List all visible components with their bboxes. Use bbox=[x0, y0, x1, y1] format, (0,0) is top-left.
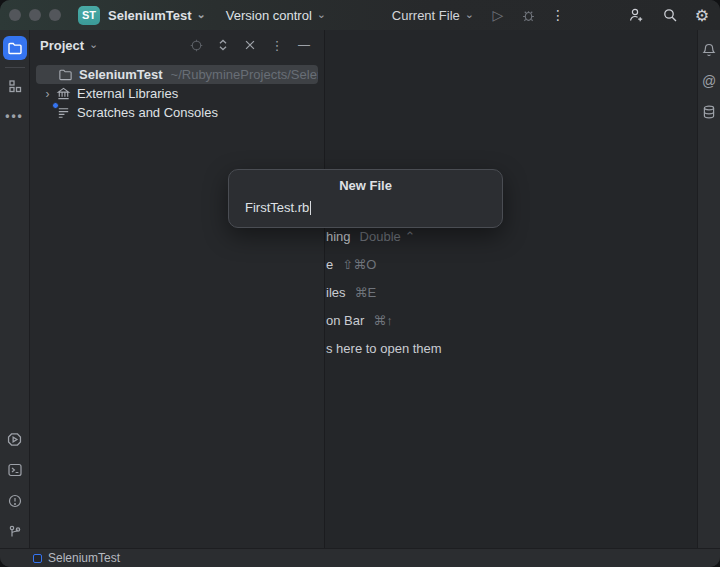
chevron-down-icon: ⌄ bbox=[465, 9, 474, 20]
tree-row-scratches[interactable]: Scratches and Consoles bbox=[30, 103, 324, 122]
hint-shortcut: Double ⌃ bbox=[360, 229, 416, 244]
new-file-name-input[interactable]: FirstTest.rb bbox=[245, 200, 488, 215]
hide-panel-button[interactable]: — bbox=[294, 35, 314, 55]
new-file-name-value: FirstTest.rb bbox=[245, 200, 309, 215]
project-tool-window-button[interactable] bbox=[3, 36, 27, 60]
ai-assistant-icon: @ bbox=[702, 73, 716, 89]
locate-icon bbox=[189, 38, 204, 53]
structure-tool-window-button[interactable] bbox=[3, 74, 27, 98]
external-libraries-label: External Libraries bbox=[77, 86, 178, 101]
bug-icon bbox=[521, 8, 536, 23]
editor-hint-row: iles ⌘E bbox=[326, 285, 376, 300]
new-file-dialog-title: New File bbox=[229, 178, 502, 193]
hint-label-fragment: e bbox=[326, 257, 333, 272]
project-panel-title[interactable]: Project bbox=[40, 38, 84, 53]
notifications-button[interactable] bbox=[698, 39, 720, 61]
panel-options-button[interactable]: ⋮ bbox=[267, 35, 287, 55]
right-tool-window-bar: @ bbox=[697, 30, 720, 548]
hint-label-fragment: on Bar bbox=[326, 313, 364, 328]
project-icon-badge[interactable]: ST bbox=[78, 6, 100, 25]
tree-row-external-libraries[interactable]: › External Libraries bbox=[30, 84, 324, 103]
run-configuration-label: Current File bbox=[392, 8, 460, 23]
hint-label-fragment: hing bbox=[326, 229, 351, 244]
close-window-button[interactable] bbox=[9, 9, 21, 21]
ai-assistant-button[interactable]: @ bbox=[698, 70, 720, 92]
text-caret bbox=[310, 201, 311, 215]
expand-all-icon bbox=[216, 38, 230, 52]
window-controls[interactable] bbox=[9, 9, 61, 21]
debug-button[interactable] bbox=[516, 3, 540, 27]
minimize-window-button[interactable] bbox=[29, 9, 41, 21]
folder-icon bbox=[7, 40, 23, 56]
chevron-down-icon: ⌄ bbox=[317, 9, 326, 20]
terminal-icon bbox=[7, 462, 23, 478]
toolbar-separator bbox=[5, 67, 25, 68]
scratches-label: Scratches and Consoles bbox=[77, 105, 218, 120]
project-panel-header: Project ⌄ ⋮ bbox=[30, 30, 324, 60]
editor-hint-row: s here to open them bbox=[326, 341, 442, 356]
tree-row-project-root[interactable]: SeleniumTest ~/RubymineProjects/Selenium… bbox=[36, 65, 318, 84]
git-tool-window-button[interactable] bbox=[3, 520, 27, 544]
hint-label-fragment: s here to open them bbox=[326, 341, 442, 356]
hint-label-fragment: iles bbox=[326, 285, 346, 300]
code-with-me-button[interactable] bbox=[624, 3, 648, 27]
scratches-icon bbox=[55, 105, 71, 121]
project-root-name: SeleniumTest bbox=[79, 67, 163, 82]
chevron-right-icon[interactable]: › bbox=[40, 87, 55, 101]
zoom-window-button[interactable] bbox=[49, 9, 61, 21]
editor-hint-row: e ⇧⌘O bbox=[326, 257, 376, 272]
chevron-down-icon[interactable]: ⌄ bbox=[89, 39, 98, 50]
folder-icon bbox=[57, 67, 73, 83]
vcs-widget[interactable]: Version control ⌄ bbox=[220, 4, 332, 27]
scratches-badge bbox=[52, 102, 59, 109]
search-icon bbox=[662, 7, 678, 23]
problems-icon bbox=[7, 493, 23, 509]
collapse-all-icon bbox=[243, 38, 257, 52]
left-tool-window-bar: ••• bbox=[0, 30, 30, 548]
database-icon bbox=[701, 104, 717, 120]
chevron-down-icon: ⌄ bbox=[197, 9, 206, 20]
add-user-icon bbox=[628, 7, 644, 23]
structure-icon bbox=[7, 78, 23, 94]
more-tool-windows-button[interactable]: ••• bbox=[3, 104, 27, 128]
search-everywhere-button[interactable] bbox=[658, 3, 682, 27]
collapse-all-button[interactable] bbox=[240, 35, 260, 55]
settings-button[interactable]: ⚙ bbox=[690, 3, 714, 27]
new-file-dialog: New File FirstTest.rb bbox=[228, 169, 503, 228]
bell-icon bbox=[701, 42, 717, 58]
hint-shortcut: ⌘E bbox=[355, 285, 377, 300]
project-root-path: ~/RubymineProjects/SeleniumTest bbox=[171, 67, 318, 82]
status-project-name[interactable]: SeleniumTest bbox=[48, 551, 120, 565]
more-actions-button[interactable]: ⋮ bbox=[546, 3, 570, 27]
database-button[interactable] bbox=[698, 101, 720, 123]
problems-tool-window-button[interactable] bbox=[3, 489, 27, 513]
run-button[interactable]: ▷ bbox=[486, 3, 510, 27]
hint-shortcut: ⇧⌘O bbox=[342, 257, 376, 272]
hint-shortcut: ⌘↑ bbox=[373, 313, 393, 328]
terminal-tool-window-button[interactable] bbox=[3, 458, 27, 482]
title-bar: ST SeleniumTest ⌄ Version control ⌄ Curr… bbox=[0, 0, 720, 30]
status-project-icon bbox=[33, 554, 42, 563]
editor-hint-row: on Bar ⌘↑ bbox=[326, 313, 393, 328]
status-bar: SeleniumTest bbox=[0, 548, 720, 567]
project-tree: SeleniumTest ~/RubymineProjects/Selenium… bbox=[30, 65, 324, 122]
services-tool-window-button[interactable] bbox=[3, 427, 27, 451]
expand-all-button[interactable] bbox=[213, 35, 233, 55]
git-branch-icon bbox=[7, 524, 23, 540]
libraries-icon bbox=[55, 86, 71, 102]
services-icon bbox=[6, 431, 23, 448]
select-opened-file-button[interactable] bbox=[186, 35, 206, 55]
run-configuration-selector[interactable]: Current File ⌄ bbox=[386, 5, 480, 26]
gear-icon: ⚙ bbox=[695, 6, 709, 25]
project-widget[interactable]: SeleniumTest ⌄ bbox=[102, 4, 212, 27]
project-widget-label: SeleniumTest bbox=[108, 8, 192, 23]
project-tool-window: Project ⌄ ⋮ bbox=[30, 30, 325, 548]
editor-hint-row: hing Double ⌃ bbox=[326, 229, 415, 244]
vcs-widget-label: Version control bbox=[226, 8, 312, 23]
more-icon: ••• bbox=[5, 109, 24, 123]
rubymine-window: ST SeleniumTest ⌄ Version control ⌄ Curr… bbox=[0, 0, 720, 567]
